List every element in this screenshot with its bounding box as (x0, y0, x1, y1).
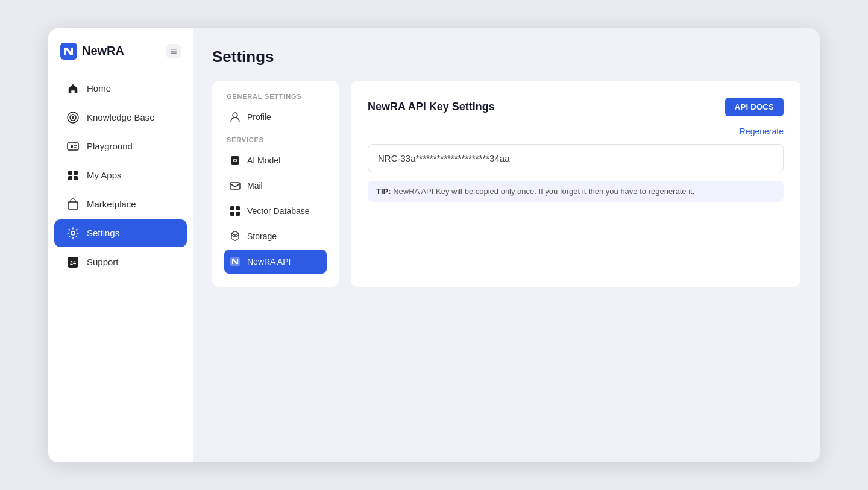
settings-nav-storage-label: Storage (247, 231, 277, 241)
tip-label: TIP: (376, 187, 391, 196)
svg-rect-13 (68, 176, 72, 180)
ai-model-icon (229, 154, 241, 166)
svg-rect-2 (171, 51, 177, 52)
sidebar-item-my-apps-label: My Apps (87, 170, 122, 180)
home-icon (66, 82, 80, 95)
svg-point-16 (71, 231, 75, 235)
svg-rect-24 (230, 206, 234, 210)
svg-rect-27 (236, 212, 240, 216)
settings-nav-panel: GENERAL SETTINGS Profile SERVICES (212, 81, 339, 287)
svg-rect-8 (71, 145, 73, 148)
api-docs-button[interactable]: API DOCS (725, 98, 784, 116)
settings-nav-newra-api[interactable]: NewRA API (224, 250, 327, 274)
sidebar-item-playground[interactable]: Playground (54, 133, 187, 160)
sidebar-item-settings[interactable]: Settings (54, 219, 187, 247)
sidebar-item-support-label: Support (87, 257, 119, 267)
svg-rect-26 (230, 212, 234, 216)
sidebar-toggle-button[interactable] (166, 44, 181, 58)
api-panel-title: NewRA API Key Settings (368, 101, 495, 113)
mail-icon (229, 180, 241, 192)
sidebar-item-home[interactable]: Home (54, 75, 187, 102)
knowledge-base-icon (66, 111, 80, 124)
app-window: NewRA Home Knowledge Base (48, 28, 820, 462)
api-panel-header: NewRA API Key Settings API DOCS (368, 98, 784, 116)
svg-rect-3 (171, 52, 177, 54)
svg-rect-14 (74, 176, 78, 180)
logo-area: NewRA (48, 43, 193, 74)
svg-point-19 (233, 113, 237, 118)
sidebar-item-marketplace-label: Marketplace (87, 199, 136, 209)
marketplace-icon (66, 198, 80, 211)
playground-icon (66, 140, 80, 153)
newra-api-icon (229, 256, 241, 268)
tip-box: TIP: NewRA API Key will be copied only o… (368, 181, 784, 202)
sidebar-item-home-label: Home (87, 83, 111, 93)
sidebar-item-playground-label: Playground (87, 141, 133, 151)
svg-rect-15 (68, 202, 78, 209)
app-name: NewRA (82, 44, 124, 58)
sidebar-item-knowledge-base-label: Knowledge Base (87, 112, 155, 122)
my-apps-icon (66, 169, 80, 182)
settings-nav-profile[interactable]: Profile (224, 105, 327, 129)
settings-nav-mail[interactable]: Mail (224, 174, 327, 198)
sidebar-item-my-apps[interactable]: My Apps (54, 162, 187, 189)
sidebar-item-settings-label: Settings (87, 228, 119, 238)
general-settings-label: GENERAL SETTINGS (224, 93, 327, 100)
api-key-input[interactable] (368, 144, 784, 172)
page-title: Settings (212, 48, 800, 66)
content-area: GENERAL SETTINGS Profile SERVICES (212, 81, 800, 287)
settings-icon (66, 227, 80, 240)
svg-point-22 (234, 159, 236, 161)
tip-text: NewRA API Key will be copied only once. … (391, 187, 695, 196)
main-content: Settings GENERAL SETTINGS Profile SERVIC… (193, 28, 820, 462)
settings-nav-profile-label: Profile (247, 112, 271, 122)
services-section: SERVICES AI Model (224, 136, 327, 274)
sidebar-item-knowledge-base[interactable]: Knowledge Base (54, 104, 187, 131)
svg-point-6 (72, 116, 74, 119)
regenerate-link-area: Regenerate (368, 126, 784, 137)
svg-rect-1 (171, 49, 177, 50)
svg-rect-12 (74, 171, 78, 175)
sidebar-item-support[interactable]: 24 Support (54, 248, 187, 276)
svg-text:24: 24 (70, 260, 76, 266)
storage-icon (229, 230, 241, 242)
svg-rect-23 (230, 183, 240, 189)
settings-nav-mail-label: Mail (247, 181, 263, 190)
settings-nav-vector-database[interactable]: Vector Database (224, 199, 327, 223)
support-icon: 24 (66, 256, 80, 269)
regenerate-link[interactable]: Regenerate (740, 127, 784, 136)
api-key-panel: NewRA API Key Settings API DOCS Regenera… (351, 81, 800, 287)
settings-nav-ai-model[interactable]: AI Model (224, 148, 327, 172)
profile-icon (229, 111, 241, 123)
settings-nav-ai-model-label: AI Model (247, 155, 280, 165)
vector-database-icon (229, 205, 241, 217)
settings-nav-newra-api-label: NewRA API (247, 257, 291, 266)
sidebar: NewRA Home Knowledge Base (48, 28, 193, 462)
svg-rect-25 (236, 206, 240, 210)
newra-logo-icon (60, 43, 77, 60)
settings-nav-storage[interactable]: Storage (224, 224, 327, 248)
svg-rect-11 (68, 171, 72, 175)
sidebar-item-marketplace[interactable]: Marketplace (54, 190, 187, 218)
settings-nav-vector-database-label: Vector Database (247, 206, 310, 216)
services-label: SERVICES (224, 136, 327, 143)
